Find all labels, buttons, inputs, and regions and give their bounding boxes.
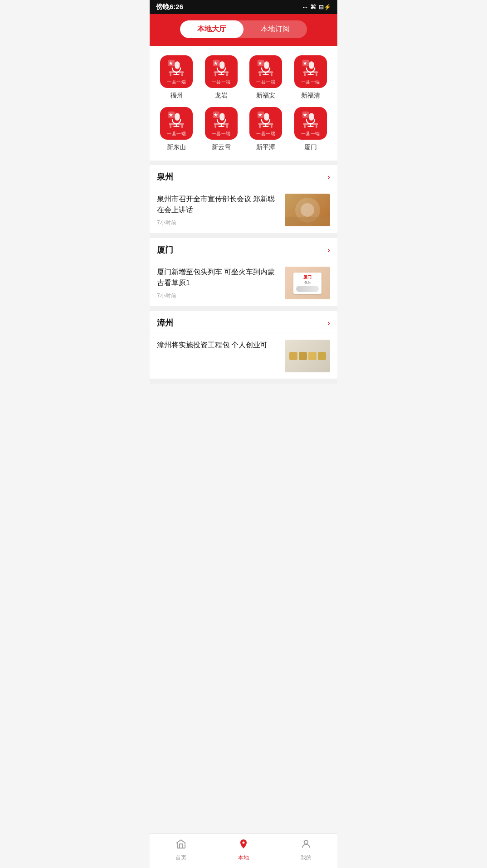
news-section-1: 厦门 › 厦门新增至包头列车 可坐火车到内蒙古看草原1 7小时前 厦门 包头 (150, 238, 337, 307)
icon-sublabel-5: 一县一端 (212, 131, 231, 137)
bottom-spacer (150, 384, 337, 415)
tab-local-hall[interactable]: 本地大厅 (180, 20, 244, 38)
svg-rect-31 (316, 73, 317, 76)
news-thumb-xiamen: 厦门 包头 (285, 267, 330, 299)
icon-sublabel-6: 一县一端 (256, 131, 275, 137)
tab-switch: 本地大厅 本地订阅 (180, 20, 307, 38)
icon-box-1: ★ 一县一端 (205, 55, 238, 88)
section-title-2: 漳州 (157, 317, 173, 328)
svg-rect-30 (304, 73, 306, 76)
icon-box-4: ★ 一县一端 (160, 107, 193, 140)
icon-sublabel-3: 一县一端 (301, 79, 320, 85)
svg-rect-14 (214, 73, 216, 76)
section-title-0: 泉州 (157, 171, 173, 182)
news-sections: 泉州 › 泉州市召开全市宣传部长会议 郑新聪在会上讲话 7小时前 厦门 › 厦门… (150, 165, 337, 384)
svg-rect-6 (170, 73, 172, 76)
svg-text:★: ★ (213, 61, 218, 66)
icon-sublabel-0: 一县一端 (167, 79, 186, 85)
svg-rect-61 (303, 123, 318, 125)
svg-rect-5 (169, 71, 184, 73)
section-title-1: 厦门 (157, 244, 173, 255)
icon-box-7: ★ 一县一端 (294, 107, 327, 140)
icon-box-6: ★ 一县一端 (249, 107, 282, 140)
icon-sublabel-4: 一县一端 (167, 131, 186, 137)
tab-local-subscribe[interactable]: 本地订阅 (244, 20, 307, 38)
icon-name-1: 龙岩 (215, 92, 228, 100)
icon-item-2[interactable]: ★ 一县一端 新福安 (244, 55, 288, 100)
wifi-icon: ⌘ (310, 4, 316, 10)
svg-rect-34 (175, 113, 180, 121)
news-title-1-0: 厦门新增至包头列车 可坐火车到内蒙古看草原1 (157, 267, 279, 288)
header: 本地大厅 本地订阅 (150, 14, 337, 46)
section-header-0[interactable]: 泉州 › (150, 165, 337, 187)
svg-rect-2 (175, 61, 180, 69)
section-header-1[interactable]: 厦门 › (150, 238, 337, 260)
news-thumb-zhangzhou (285, 340, 330, 372)
icon-sublabel-2: 一县一端 (256, 79, 275, 85)
chevron-right-1: › (327, 245, 330, 255)
news-text-1-0: 厦门新增至包头列车 可坐火车到内蒙古看草原1 7小时前 (157, 267, 279, 300)
news-title-0-0: 泉州市召开全市宣传部长会议 郑新聪在会上讲话 (157, 194, 279, 215)
svg-rect-38 (170, 125, 172, 128)
svg-rect-39 (181, 125, 183, 128)
icon-item-7[interactable]: ★ 一县一端 厦门 (288, 107, 333, 151)
chevron-right-0: › (327, 172, 330, 182)
svg-rect-42 (219, 113, 224, 121)
icon-item-4[interactable]: ★ 一县一端 新东山 (154, 107, 199, 151)
svg-rect-23 (271, 73, 273, 76)
svg-rect-13 (214, 71, 229, 73)
svg-text:★: ★ (169, 61, 173, 66)
icon-item-5[interactable]: ★ 一县一端 新云霄 (199, 107, 244, 151)
icon-box-3: ★ 一县一端 (294, 55, 327, 88)
svg-rect-10 (219, 61, 224, 69)
icon-box-5: ★ 一县一端 (205, 107, 238, 140)
icon-grid: ★ 一县一端 福州 ★ (154, 55, 333, 151)
svg-rect-37 (169, 123, 184, 125)
svg-rect-62 (304, 125, 306, 128)
svg-text:★: ★ (302, 112, 307, 117)
news-item-0-0[interactable]: 泉州市召开全市宣传部长会议 郑新聪在会上讲话 7小时前 (150, 187, 337, 234)
svg-rect-15 (226, 73, 228, 76)
svg-rect-58 (309, 113, 314, 121)
news-title-2-0: 漳州将实施投资工程包 个人创业可 (157, 340, 279, 351)
section-divider-1 (150, 161, 337, 165)
status-time: 傍晚6:26 (156, 3, 183, 11)
news-item-2-0[interactable]: 漳州将实施投资工程包 个人创业可 (150, 333, 337, 379)
svg-text:★: ★ (258, 61, 263, 66)
svg-rect-26 (309, 61, 314, 69)
battery-icon: ⊟⚡ (319, 4, 331, 10)
svg-rect-53 (258, 123, 273, 125)
svg-rect-29 (303, 71, 318, 73)
icon-item-3[interactable]: ★ 一县一端 新福清 (288, 55, 333, 100)
svg-rect-63 (316, 125, 317, 128)
signal-icon: ··· (302, 4, 307, 10)
icon-sublabel-7: 一县一端 (301, 131, 320, 137)
section-header-2[interactable]: 漳州 › (150, 311, 337, 333)
svg-rect-7 (181, 73, 183, 76)
icon-sublabel-1: 一县一端 (212, 79, 231, 85)
news-text-2-0: 漳州将实施投资工程包 个人创业可 (157, 340, 279, 354)
icon-box-2: ★ 一县一端 (249, 55, 282, 88)
icon-name-2: 新福安 (256, 92, 275, 100)
chevron-right-2: › (327, 318, 330, 328)
svg-rect-45 (214, 123, 229, 125)
icon-name-4: 新东山 (167, 143, 186, 151)
svg-rect-18 (264, 61, 269, 69)
news-time-1-0: 7小时前 (157, 292, 279, 300)
news-item-1-0[interactable]: 厦门新增至包头列车 可坐火车到内蒙古看草原1 7小时前 厦门 包头 (150, 260, 337, 307)
section-divider-2 (150, 234, 337, 238)
svg-text:★: ★ (258, 112, 263, 117)
section-divider-4 (150, 379, 337, 384)
news-section-0: 泉州 › 泉州市召开全市宣传部长会议 郑新聪在会上讲话 7小时前 (150, 165, 337, 234)
svg-rect-50 (264, 113, 269, 121)
news-thumb-quanzhou (285, 194, 330, 226)
svg-rect-47 (226, 125, 228, 128)
svg-text:★: ★ (169, 112, 173, 117)
icon-item-1[interactable]: ★ 一县一端 龙岩 (199, 55, 244, 100)
status-bar: 傍晚6:26 ··· ⌘ ⊟⚡ (150, 0, 337, 14)
news-text-0-0: 泉州市召开全市宣传部长会议 郑新聪在会上讲话 7小时前 (157, 194, 279, 227)
status-icons: ··· ⌘ ⊟⚡ (302, 4, 331, 10)
svg-text:★: ★ (213, 112, 218, 117)
icon-item-6[interactable]: ★ 一县一端 新平潭 (244, 107, 288, 151)
icon-item-0[interactable]: ★ 一县一端 福州 (154, 55, 199, 100)
